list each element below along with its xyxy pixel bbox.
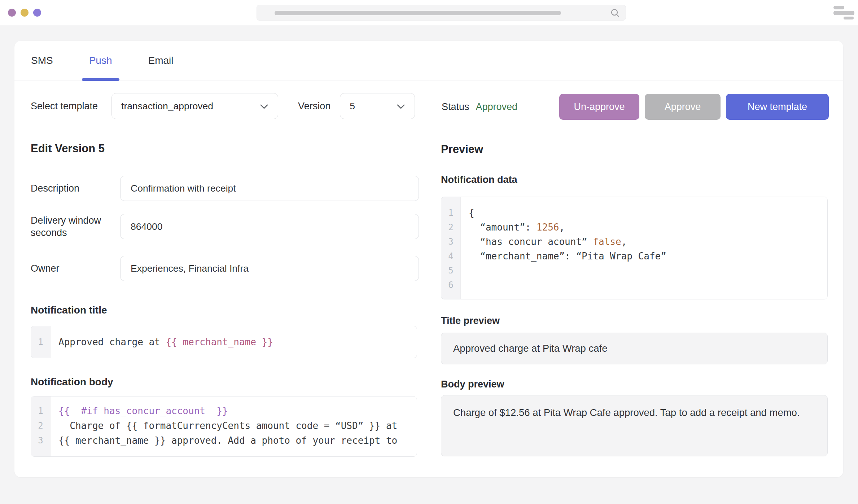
notification-data-editor[interactable]: 123456 { “amount”: 1256, “has_concur_aco…	[441, 197, 828, 299]
owner-label: Owner	[31, 262, 120, 275]
body-preview-label: Body preview	[441, 378, 829, 390]
preview-panel: Status Approved Un-approve Approve New t…	[430, 80, 843, 477]
line-number-gutter: 1	[31, 326, 51, 358]
version-select[interactable]: 5	[340, 93, 415, 119]
unapprove-button[interactable]: Un-approve	[559, 94, 639, 120]
template-select[interactable]: transaction_approved	[111, 93, 278, 119]
title-preview-text: Approved charge at Pita Wrap cafe	[453, 343, 608, 354]
window-control-close[interactable]	[8, 9, 16, 17]
chevron-down-icon	[397, 101, 405, 112]
title-preview-label: Title preview	[441, 315, 829, 327]
delivery-window-input[interactable]	[120, 214, 419, 239]
menu-bar	[833, 6, 844, 9]
menu-bar	[844, 17, 854, 19]
search-icon	[610, 8, 620, 19]
select-template-label: Select template	[31, 101, 98, 112]
delivery-window-label: Delivery window seconds	[31, 214, 120, 239]
title-preview-box: Approved charge at Pita Wrap cafe	[441, 333, 828, 364]
template-select-value: transaction_approved	[121, 101, 260, 112]
window-control-minimize[interactable]	[21, 9, 29, 17]
version-label: Version	[298, 101, 330, 112]
status-badge: Approved	[476, 101, 518, 113]
line-number-gutter: 123	[31, 396, 51, 456]
code-area: { “amount”: 1256, “has_concur_acount” fa…	[461, 197, 827, 299]
code-area: {{ #if has_concur_account }} Charge of {…	[51, 396, 417, 456]
notification-title-editor[interactable]: 1 Approved charge at {{ merchant_name }}	[31, 326, 417, 358]
code-area: Approved charge at {{ merchant_name }}	[51, 326, 417, 358]
notification-data-label: Notification data	[441, 174, 829, 186]
notification-body-editor[interactable]: 123 {{ #if has_concur_account }} Charge …	[31, 396, 417, 457]
body-preview-box: Charge of $12.56 at Pita Wrap Cafe appro…	[441, 395, 828, 456]
tab-email[interactable]: Email	[148, 41, 174, 80]
notification-title-label: Notification title	[31, 304, 430, 316]
approve-button[interactable]: Approve	[645, 94, 721, 120]
tab-sms[interactable]: SMS	[31, 41, 53, 80]
owner-input[interactable]	[120, 256, 419, 281]
tab-push[interactable]: Push	[89, 41, 112, 80]
description-input[interactable]	[120, 176, 419, 201]
menu-icon[interactable]	[833, 6, 856, 19]
version-select-value: 5	[350, 101, 397, 112]
preview-heading: Preview	[441, 141, 829, 157]
search-input[interactable]	[257, 5, 626, 21]
search-placeholder-pill	[275, 11, 561, 15]
window-control-maximize[interactable]	[33, 9, 41, 17]
window-titlebar	[0, 0, 858, 25]
template-editor-card: SMS Push Email Select template transacti…	[14, 41, 843, 477]
line-number-gutter: 123456	[441, 197, 461, 299]
notification-body-label: Notification body	[31, 376, 430, 388]
edit-version-heading: Edit Version 5	[31, 141, 430, 157]
channel-tabbar: SMS Push Email	[14, 41, 843, 80]
edit-panel: Select template transaction_approved Ver…	[14, 80, 430, 477]
description-label: Description	[31, 182, 120, 194]
new-template-button[interactable]: New template	[726, 94, 829, 120]
menu-bar	[833, 11, 854, 15]
chevron-down-icon	[260, 101, 268, 112]
status-label: Status	[442, 101, 469, 113]
body-preview-text: Charge of $12.56 at Pita Wrap Cafe appro…	[453, 407, 800, 418]
